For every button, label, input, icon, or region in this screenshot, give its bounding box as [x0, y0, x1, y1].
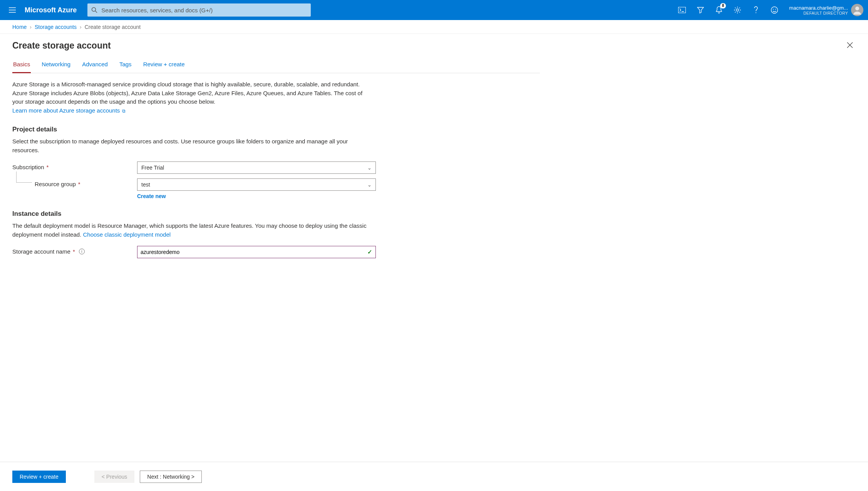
breadcrumb-link-storage-accounts[interactable]: Storage accounts [35, 24, 77, 30]
top-bar: Microsoft Azure 8 macnamara.charlie@gm..… [0, 0, 868, 20]
hamburger-menu-button[interactable] [3, 1, 22, 19]
settings-button[interactable] [728, 1, 747, 19]
topbar-toolbar: 8 [673, 1, 784, 19]
account-directory: DEFAULT DIRECTORY [789, 11, 848, 15]
breadcrumb-link-home[interactable]: Home [12, 24, 27, 30]
chevron-icon: › [80, 24, 82, 30]
help-button[interactable] [747, 1, 765, 19]
person-icon [852, 5, 863, 15]
feedback-icon [771, 6, 778, 14]
svg-line-1 [96, 11, 97, 13]
account-menu[interactable]: macnamara.charlie@gm... DEFAULT DIRECTOR… [784, 4, 865, 16]
svg-point-0 [92, 8, 96, 12]
svg-point-6 [773, 9, 774, 10]
avatar [851, 4, 863, 16]
chevron-icon: › [30, 24, 32, 30]
hamburger-icon [9, 7, 16, 13]
blade-header: Create storage account [0, 34, 868, 55]
svg-point-7 [775, 9, 776, 10]
gear-icon [734, 6, 741, 14]
breadcrumb-current: Create storage account [85, 24, 141, 30]
search-input[interactable] [101, 3, 307, 17]
account-email: macnamara.charlie@gm... [789, 5, 848, 11]
svg-point-4 [756, 12, 756, 13]
search-icon [91, 7, 97, 13]
directory-filter-button[interactable] [691, 1, 710, 19]
svg-point-5 [771, 7, 778, 13]
page-title: Create storage account [12, 40, 111, 51]
cloud-shell-button[interactable] [673, 1, 691, 19]
global-search[interactable] [87, 3, 311, 17]
feedback-button[interactable] [765, 1, 784, 19]
help-icon [754, 6, 758, 14]
filter-icon [697, 7, 704, 13]
notification-badge: 8 [720, 3, 726, 8]
svg-rect-2 [679, 7, 686, 13]
notifications-button[interactable]: 8 [710, 1, 728, 19]
svg-point-3 [736, 9, 739, 11]
close-icon [846, 42, 853, 49]
breadcrumb: Home › Storage accounts › Create storage… [0, 20, 868, 34]
cloud-shell-icon [678, 7, 686, 13]
close-blade-button[interactable] [844, 39, 856, 52]
brand-label[interactable]: Microsoft Azure [22, 6, 87, 14]
svg-point-8 [855, 7, 859, 10]
